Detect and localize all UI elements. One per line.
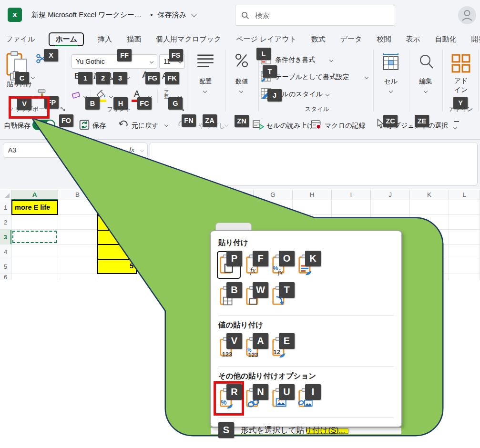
keytip-select-ze[interactable]: ZE [415,115,429,127]
save-button[interactable]: 保存 [92,122,106,130]
keytip-table[interactable]: T [263,65,277,78]
conditional-formatting-button[interactable]: 条件付き書式 [275,56,315,64]
borders-icon[interactable] [71,92,82,100]
clipboard-dialog-launcher-icon[interactable] [61,107,66,112]
paste-option-values[interactable]: 123V [218,335,239,360]
cell-C5[interactable]: 5 [98,259,133,273]
font-name-chevron-icon[interactable] [150,60,153,63]
paste-option-formulas[interactable]: fxF [245,253,266,277]
keytip-transpose[interactable]: T [279,282,295,298]
save-icon[interactable] [79,120,90,130]
document-title[interactable]: 新規 Microsoft Excel ワークシー… • 保存済み [31,10,196,20]
column-header-E[interactable]: E [175,190,214,200]
row-header-4[interactable]: 4 [0,244,11,259]
add-ins-button-label[interactable]: アド イン [449,76,473,94]
select-all-corner[interactable] [0,190,11,200]
keytip-fill-color[interactable]: H [113,97,128,110]
column-header-I[interactable]: I [332,190,371,200]
add-ins-icon[interactable] [451,53,471,73]
tab-4[interactable]: 個人用マクロブック [155,33,222,45]
search-box[interactable] [235,5,395,26]
font-name-combo[interactable]: Yu Gothic [71,54,157,69]
tab-8[interactable]: 校閲 [376,33,392,45]
keytip-formulas[interactable]: F [253,251,268,266]
insert-function-icon[interactable]: fx [129,146,134,154]
paste-option-keep-source-formatting[interactable]: K [297,253,318,277]
keytip-italic[interactable]: 2 [96,72,110,84]
tab-active-1[interactable]: ホーム [49,32,84,46]
row-header-5[interactable]: 5 [0,259,11,274]
keytip-autosave[interactable]: FO [59,114,73,127]
search-input[interactable] [254,11,385,20]
speak-cells-button[interactable]: セルの読み上げ [266,122,314,130]
alignment-group-button[interactable]: 配置 [193,77,218,86]
editing-group-button[interactable]: 編集 [414,77,438,86]
tab-2[interactable]: 挿入 [97,33,113,45]
keytip-speak-cells[interactable]: ZN [235,115,249,127]
keytip-shrink-font[interactable]: FK [165,72,179,84]
number-group-button[interactable]: 数値 [229,77,254,86]
keytip-cut[interactable]: X [44,49,58,61]
keytip-select-zc[interactable]: ZC [383,115,398,127]
qat-overflow-button[interactable] [454,121,459,131]
keytip-values[interactable]: V [226,333,242,349]
keytip-paste-link[interactable]: N [253,384,268,400]
column-header-A[interactable]: A [11,190,58,200]
paste-option-linked-picture[interactable]: I [297,386,318,411]
formula-bar-resize-handle[interactable] [92,146,93,153]
keytip-formulas-number-formatting[interactable]: O [279,251,295,266]
row-header-2[interactable]: 2 [0,215,11,230]
column-header-J[interactable]: J [371,190,410,200]
paste-option-values-source-formatting[interactable]: 12E [271,335,292,360]
row-header-3[interactable]: 3 [0,230,11,244]
tab-5[interactable]: ページ レイアウト [235,33,297,45]
cell-styles-button[interactable]: セルのスタイル [275,90,323,99]
keytip-bold[interactable]: 1 [78,72,92,84]
column-header-B[interactable]: B [58,190,97,200]
keytip-underline[interactable]: 3 [113,72,127,84]
keytip-paste[interactable]: P [226,251,242,266]
keytip-redo[interactable]: ZA [203,114,217,127]
tab-9[interactable]: 表示 [405,33,421,45]
tab-3[interactable]: 描画 [126,33,142,45]
column-header-F[interactable]: F [214,190,254,200]
keytip-phonetic[interactable]: G [168,97,183,110]
keytip-keep-source-column-widths[interactable]: W [253,282,268,298]
cells-group-button[interactable]: セル [379,77,403,86]
column-header-G[interactable]: G [254,190,293,200]
keytip-paste-special[interactable]: S [218,422,234,438]
keytip-values-number-formatting[interactable]: A [253,333,268,349]
tab-0[interactable]: ファイル [5,33,36,45]
keytip-formatting[interactable]: R [226,384,242,400]
paste-option-values-number-formatting[interactable]: %123A [245,335,266,360]
cancel-icon[interactable]: × [103,144,109,155]
paste-option-no-borders[interactable]: B [218,284,239,309]
keytip-keep-source-formatting[interactable]: K [305,251,321,266]
row-header-6[interactable]: 6 [0,274,11,280]
undo-icon[interactable] [118,119,129,130]
formula-input[interactable] [150,142,478,186]
paste-option-keep-source-column-widths[interactable]: W [245,284,266,309]
paste-option-transpose[interactable]: T [271,284,292,309]
cell-C4[interactable]: 4 [98,244,133,260]
keytip-font-name[interactable]: FF [117,49,132,61]
tab-11[interactable]: 開発 [470,33,480,45]
tab-7[interactable]: データ [339,33,363,45]
saved-status[interactable]: 保存済み [158,10,186,19]
speak-cells-icon[interactable] [253,120,264,130]
paste-special-item[interactable]: S形式を選択して貼り付け(S)... [218,422,394,438]
keytip-borders[interactable]: B [85,97,100,110]
keytip-copy[interactable]: C [15,72,29,84]
keytip-font-color[interactable]: FC [137,97,152,110]
record-macro-button[interactable]: マクロの記録 [325,122,365,130]
column-header-L[interactable]: L [449,190,480,200]
paste-option-formulas-number-formatting[interactable]: %fxO [271,253,292,277]
keytip-paste[interactable]: V [17,98,31,110]
keytip-undo[interactable]: FN [182,114,196,127]
keytip-font-size[interactable]: FS [169,49,183,61]
active-cell-A3[interactable] [12,231,57,243]
tab-10[interactable]: 自動化 [434,33,458,45]
keytip-grow-font[interactable]: FG [145,72,160,84]
format-as-table-button[interactable]: テーブルとして書式設定 [275,73,349,81]
column-header-K[interactable]: K [410,190,449,200]
